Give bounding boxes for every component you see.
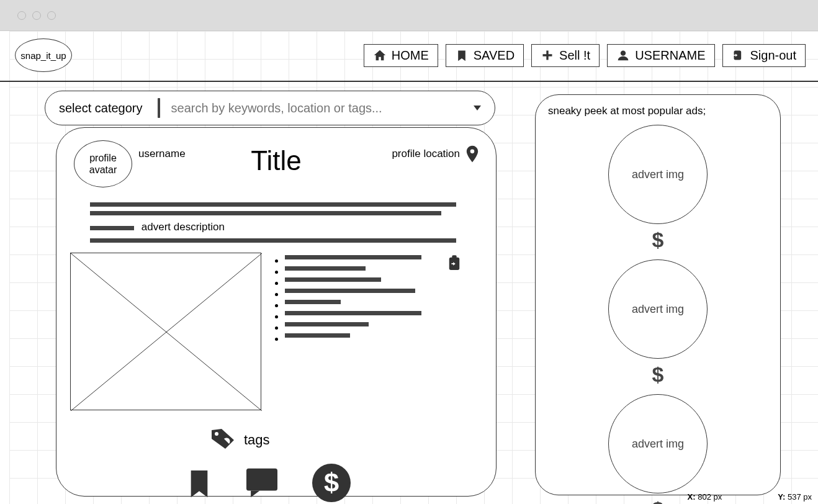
list-item — [285, 322, 369, 326]
bookmark-icon — [455, 48, 469, 62]
popular-ad-item[interactable]: advert img $ — [548, 259, 768, 387]
sidebar-title: sneaky peek at most popular ads; — [548, 105, 768, 117]
logo[interactable]: snap_it_up — [15, 38, 72, 72]
save-bookmark-icon[interactable] — [187, 468, 212, 500]
nav-sell[interactable]: Sell !t — [531, 44, 600, 67]
nav-saved[interactable]: SAVED — [446, 44, 524, 67]
nav-home[interactable]: HOME — [364, 44, 438, 67]
avatar-line2: avatar — [89, 164, 117, 176]
svg-text:$: $ — [324, 467, 339, 497]
price-dollar-icon[interactable]: $ — [312, 464, 351, 504]
signout-icon — [732, 48, 745, 62]
popular-ad-item[interactable]: advert img $ — [548, 394, 768, 504]
username-label: username — [138, 148, 186, 160]
status-bar: X: 802 px Y: 537 px — [688, 492, 812, 502]
advert-title: Title — [251, 145, 302, 176]
popular-ad-item[interactable]: advert img $ — [548, 125, 768, 252]
advert-img-placeholder: advert img — [608, 394, 708, 493]
price-icon: $ — [652, 497, 664, 504]
details-list — [275, 255, 421, 410]
list-item — [285, 255, 421, 259]
price-icon: $ — [652, 362, 664, 387]
list-item — [285, 266, 366, 271]
location-pin-icon — [466, 145, 479, 165]
desc-line — [90, 202, 456, 207]
nav-home-label: HOME — [392, 48, 429, 63]
maximize-window-icon[interactable] — [47, 11, 56, 20]
nav-signout-label: Sign-out — [750, 48, 797, 63]
avatar-line1: profile — [89, 152, 117, 164]
chevron-down-icon[interactable] — [474, 106, 481, 110]
tags-row: tags — [210, 428, 479, 452]
card-header: profile avatar username Title profile lo… — [74, 139, 479, 187]
select-category[interactable]: select category — [59, 101, 154, 115]
profile-avatar[interactable]: profile avatar — [74, 140, 132, 187]
advert-img-placeholder: advert img — [608, 125, 708, 224]
user-icon — [616, 48, 630, 62]
advert-img-placeholder: advert img — [608, 259, 708, 359]
chat-icon[interactable] — [246, 468, 277, 500]
list-item — [285, 289, 415, 293]
minimize-window-icon[interactable] — [32, 11, 41, 20]
plus-icon — [541, 48, 554, 62]
advert-image-placeholder[interactable] — [70, 253, 261, 410]
nav-username-label: USERNAME — [635, 48, 705, 63]
list-item — [285, 300, 341, 304]
tags-label: tags — [244, 432, 270, 448]
popular-ads-sidebar: sneaky peek at most popular ads; advert … — [535, 94, 781, 495]
content-row — [74, 253, 479, 410]
nav-bar: HOME SAVED Sell !t USERNAME Sign-out — [364, 44, 806, 67]
search-input[interactable] — [171, 101, 474, 115]
nav-sell-label: Sell !t — [559, 48, 590, 63]
action-row: $ — [187, 464, 479, 504]
desc-line — [90, 226, 134, 230]
list-item — [285, 311, 421, 315]
home-icon — [373, 48, 387, 62]
status-y: Y: 537 px — [778, 492, 812, 502]
nav-signout[interactable]: Sign-out — [722, 44, 806, 67]
header: snap_it_up HOME SAVED Sell !t USERNAME — [0, 31, 818, 82]
advert-card: profile avatar username Title profile lo… — [56, 127, 497, 497]
svg-rect-7 — [246, 469, 277, 491]
price-icon: $ — [652, 228, 664, 252]
description-block: advert description — [90, 202, 456, 243]
profile-location: profile location — [392, 148, 460, 160]
browser-chrome — [0, 0, 818, 31]
svg-point-6 — [215, 432, 218, 436]
tag-icon — [210, 428, 235, 452]
window-controls — [0, 0, 818, 20]
close-window-icon[interactable] — [17, 11, 26, 20]
description-label: advert description — [142, 221, 225, 233]
svg-rect-5 — [452, 255, 456, 259]
status-x: X: 802 px — [688, 492, 722, 502]
desc-line — [90, 238, 456, 243]
search-bar: select category — [45, 91, 495, 125]
svg-point-0 — [621, 51, 626, 56]
list-item — [285, 333, 350, 338]
search-separator — [158, 98, 160, 118]
nav-username[interactable]: USERNAME — [607, 44, 714, 67]
clipboard-icon[interactable] — [447, 255, 461, 410]
list-item — [285, 277, 381, 282]
nav-saved-label: SAVED — [474, 48, 515, 63]
desc-line — [90, 211, 441, 215]
